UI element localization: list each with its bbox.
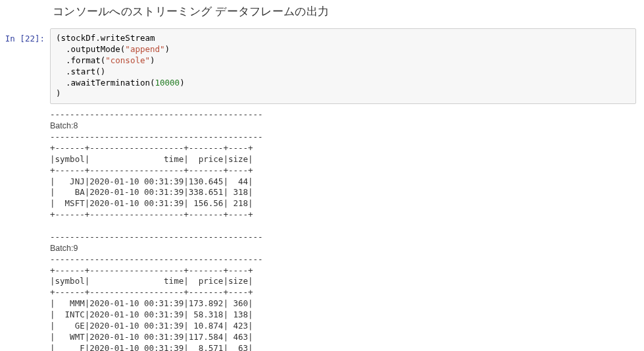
- code-line-3a: .format(: [56, 55, 105, 65]
- tbl-border: +------+-------------------+-------+----…: [50, 209, 253, 219]
- table-row: | MSFT|2020-01-10 00:31:39| 156.56| 218|: [50, 198, 253, 208]
- code-body: (stockDf.writeStream .outputMode("append…: [50, 28, 636, 104]
- code-line-3b: ): [150, 55, 155, 65]
- notebook: コンソールへのストリーミング データフレームの出力 In [22]: (stoc…: [0, 0, 644, 351]
- prompt-suffix: ]:: [35, 34, 45, 43]
- batch8-label: Batch:8: [50, 121, 78, 130]
- code-str-append: "append": [125, 44, 164, 54]
- tbl-border: +------+-------------------+-------+----…: [50, 265, 253, 275]
- table-row: | MMM|2020-01-10 00:31:39|173.892| 360|: [50, 298, 253, 308]
- table-row: | F|2020-01-10 00:31:39| 8.571| 63|: [50, 343, 253, 351]
- code-line-6: ): [56, 88, 61, 98]
- prompt-exec-count: 22: [25, 34, 35, 43]
- input-prompt: In [22]:: [0, 28, 50, 104]
- out-dash: ----------------------------------------…: [50, 232, 263, 242]
- code-str-console: "console": [105, 55, 150, 65]
- table-row: | BA|2020-01-10 00:31:39|338.651| 318|: [50, 187, 253, 197]
- tbl-header: |symbol| time| price|size|: [50, 276, 253, 286]
- tbl-header: |symbol| time| price|size|: [50, 154, 253, 164]
- code-area[interactable]: (stockDf.writeStream .outputMode("append…: [50, 28, 636, 104]
- table-row: | WMT|2020-01-10 00:31:39|117.584| 463|: [50, 332, 253, 342]
- out-dash: ----------------------------------------…: [50, 254, 263, 264]
- prompt-in-label: In [: [5, 34, 25, 43]
- code-cell: In [22]: (stockDf.writeStream .outputMod…: [0, 28, 644, 104]
- batch9-label: Batch:9: [50, 244, 78, 253]
- code-line-4: .start(): [56, 67, 105, 76]
- section-heading: コンソールへのストリーミング データフレームの出力: [53, 4, 644, 19]
- code-line-5b: ): [180, 78, 185, 88]
- table-row: | GE|2020-01-10 00:31:39| 10.874| 423|: [50, 321, 253, 331]
- code-line-2b: ): [165, 44, 170, 54]
- cell-output: ----------------------------------------…: [50, 104, 644, 351]
- table-row: | JNJ|2020-01-10 00:31:39|130.645| 44|: [50, 176, 253, 186]
- table-row: | INTC|2020-01-10 00:31:39| 58.318| 138|: [50, 310, 253, 319]
- code-line-2a: .outputMode(: [56, 44, 125, 54]
- out-dash: ----------------------------------------…: [50, 132, 263, 142]
- tbl-border: +------+-------------------+-------+----…: [50, 165, 253, 175]
- tbl-border: +------+-------------------+-------+----…: [50, 287, 253, 297]
- code-num-10000: 10000: [155, 78, 180, 88]
- out-dash: ----------------------------------------…: [50, 109, 263, 119]
- tbl-border: +------+-------------------+-------+----…: [50, 143, 253, 153]
- code-line-1: (stockDf.writeStream: [56, 33, 155, 43]
- code-line-5a: .awaitTermination(: [56, 78, 155, 88]
